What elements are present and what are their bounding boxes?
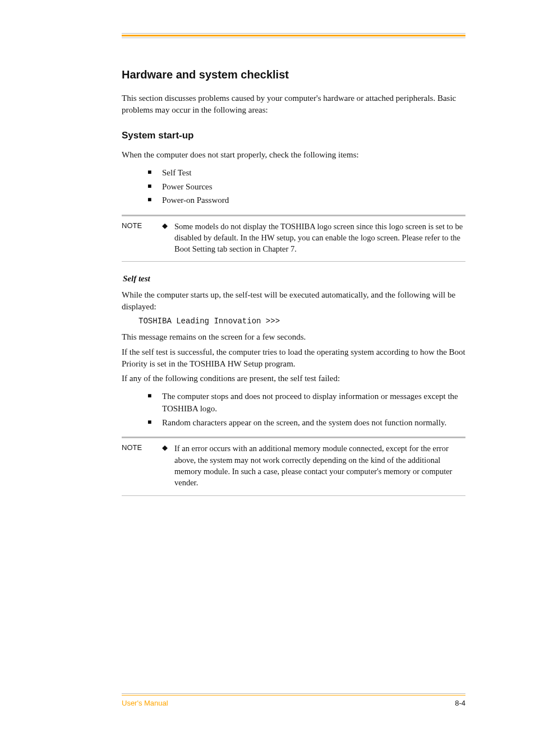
- paragraph: If the self test is successful, the comp…: [122, 346, 465, 369]
- footer-rule: [122, 693, 465, 695]
- callout-text: Some models do not display the TOSHIBA l…: [174, 221, 465, 255]
- footer-page-number: 8-4: [455, 699, 465, 707]
- list-item: Power-on Password: [147, 194, 465, 207]
- list-startup-items: Self Test Power Sources Power-on Passwor…: [122, 166, 465, 207]
- paragraph: This message remains on the screen for a…: [122, 331, 465, 343]
- paragraph: If any of the following conditions are p…: [122, 373, 465, 384]
- list-item: The computer stops and does not proceed …: [147, 390, 465, 415]
- paragraph-startup: When the computer does not start properl…: [122, 149, 465, 161]
- list-item: Power Sources: [147, 180, 465, 193]
- list-item: Self Test: [147, 166, 465, 179]
- heading-system-startup: System start-up: [122, 130, 465, 141]
- callout-label: NOTE: [122, 443, 162, 488]
- list-item: Random characters appear on the screen, …: [147, 416, 465, 429]
- toshiba-logo-text: TOSHIBA Leading Innovation >>>: [139, 316, 465, 327]
- note-callout: NOTE ◆ If an error occurs with an additi…: [122, 437, 465, 495]
- footer-left-label: User's Manual: [122, 699, 168, 707]
- callout-text: If an error occurs with an additional me…: [174, 443, 465, 488]
- heading-self-test: Self test: [123, 274, 465, 284]
- diamond-bullet-icon: ◆: [162, 221, 174, 255]
- paragraph: While the computer starts up, the self-t…: [122, 289, 465, 312]
- header-rule: [122, 33, 465, 38]
- list-selftest-fail: The computer stops and does not proceed …: [122, 390, 465, 429]
- callout-label: NOTE: [122, 221, 162, 255]
- paragraph-intro: This section discusses problems caused b…: [122, 92, 465, 115]
- heading-hardware-checklist: Hardware and system checklist: [122, 68, 465, 81]
- diamond-bullet-icon: ◆: [162, 443, 174, 488]
- note-callout: NOTE ◆ Some models do not display the TO…: [122, 215, 465, 262]
